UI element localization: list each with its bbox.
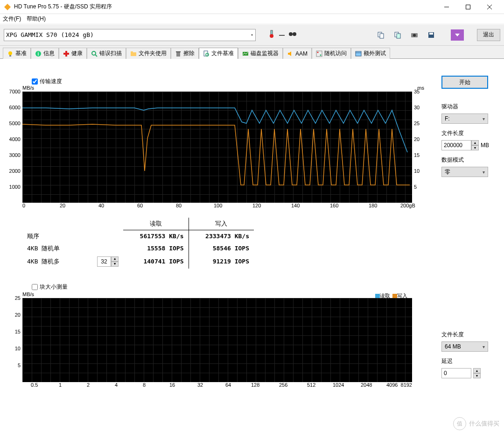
data-mode-select[interactable]: 零 ▾ [441, 167, 488, 177]
svg-point-36 [320, 54, 322, 56]
speaker-icon [287, 50, 294, 57]
spinner-down-icon[interactable]: ▼ [471, 145, 479, 150]
spinner-up-icon[interactable]: ▲ [471, 140, 479, 145]
svg-rect-34 [316, 51, 322, 57]
delay-label: 延迟 [441, 357, 497, 365]
start-button[interactable]: 开始 [441, 76, 488, 89]
queue-depth-input[interactable] [97, 256, 111, 267]
single-write-value: 58546 IOPS [189, 242, 254, 255]
svg-rect-10 [380, 34, 384, 38]
svg-rect-2 [466, 5, 470, 9]
lightbulb-icon [7, 50, 14, 57]
chevron-down-icon: ▾ [483, 344, 485, 349]
tab-aam[interactable]: AAM [283, 48, 312, 59]
file-length-unit: MB [481, 142, 489, 149]
svg-marker-33 [288, 51, 291, 56]
svg-rect-29 [176, 51, 181, 52]
svg-marker-0 [4, 4, 11, 10]
svg-rect-12 [397, 34, 400, 38]
bottom-ticks: 0 20 40 60 80 100 120 140 160 180 200gB [22, 203, 412, 211]
single-read-value: 15558 IOPS [123, 242, 189, 255]
tab-info[interactable]: i信息 [31, 48, 59, 59]
seq-write-value: 2333473 KB/s [189, 230, 254, 242]
copy-image-icon[interactable] [391, 29, 404, 41]
svg-point-8 [293, 32, 296, 36]
svg-point-18 [8, 51, 12, 55]
chart-canvas: 7000 6000 5000 4000 3000 2000 1000 35 30… [22, 92, 412, 203]
spinner-down-icon[interactable]: ▼ [111, 262, 119, 267]
tab-health[interactable]: 健康 [59, 48, 87, 59]
svg-marker-17 [455, 34, 460, 36]
transfer-chart: MB/s ms 7000 6000 5000 4000 3000 2000 10… [22, 87, 412, 203]
device-dropdown[interactable]: XPG GAMMIX S70 (1024 gB) ▾ [4, 29, 256, 41]
svg-rect-37 [356, 51, 361, 56]
temp-separator: — [279, 32, 285, 38]
app-icon [4, 3, 11, 11]
plus-icon [63, 50, 70, 57]
exit-button[interactable]: 退出 [477, 29, 500, 41]
menu-help[interactable]: 帮助(H) [27, 15, 46, 23]
delay-spinner[interactable] [441, 368, 471, 378]
file-length-input[interactable] [441, 140, 471, 150]
transfer-speed-checkbox-row: 传输速度 [32, 78, 62, 85]
menubar: 文件(F) 帮助(H) [0, 14, 504, 24]
tab-disk-monitor[interactable]: 磁盘监视器 [238, 48, 283, 59]
tab-erase[interactable]: 擦除 [171, 48, 199, 59]
folder-icon [130, 50, 137, 57]
extra-icon [355, 50, 362, 57]
file-length-select-2[interactable]: 64 MB ▾ [441, 341, 488, 352]
save-icon[interactable] [425, 29, 438, 41]
minimize-button[interactable] [436, 0, 457, 14]
transfer-speed-label: 传输速度 [40, 78, 62, 85]
trash-icon [175, 50, 182, 57]
watermark-icon: 值 [453, 417, 466, 430]
close-button[interactable] [479, 0, 500, 14]
file-length-label: 文件长度 [441, 129, 497, 137]
info-icon: i [35, 50, 42, 57]
right-ticks: 35 30 25 20 15 10 5 [412, 92, 426, 203]
tab-folder-usage[interactable]: 文件夹使用 [126, 48, 171, 59]
tab-benchmark[interactable]: 基准 [3, 48, 31, 59]
svg-rect-23 [63, 53, 69, 55]
tab-random-access[interactable]: 随机访问 [312, 48, 351, 59]
data-mode-label: 数据模式 [441, 156, 497, 164]
drive-label: 驱动器 [441, 103, 497, 111]
file-magnify-icon [203, 50, 210, 57]
transfer-speed-checkbox[interactable] [32, 78, 38, 85]
chevron-down-icon: ▾ [483, 116, 485, 121]
chart-plot [22, 92, 412, 203]
col-write: 写入 [189, 218, 254, 230]
drive-select[interactable]: F: ▾ [441, 114, 488, 124]
tab-extra-test[interactable]: 额外测试 [351, 48, 390, 59]
spinner-up-icon[interactable]: ▲ [473, 368, 481, 373]
svg-text:i: i [38, 51, 39, 57]
svg-point-14 [413, 34, 416, 36]
copy-icon[interactable] [374, 29, 387, 41]
delay-input[interactable] [441, 368, 471, 378]
multi-write-value: 91219 IOPS [189, 255, 254, 269]
svg-rect-19 [9, 55, 11, 57]
svg-point-24 [92, 51, 96, 55]
left-ticks: 7000 6000 5000 4000 3000 2000 1000 [4, 92, 22, 203]
left-axis-unit: MB/s [22, 85, 34, 91]
toolbar: XPG GAMMIX S70 (1024 gB) ▾ — 退出 [0, 24, 504, 46]
spinner-down-icon[interactable]: ▼ [473, 373, 481, 378]
maximize-button[interactable] [457, 0, 479, 14]
thermometer-icon [268, 29, 275, 40]
camera-icon[interactable] [408, 29, 421, 41]
random-icon [316, 50, 322, 57]
spinner-up-icon[interactable]: ▲ [111, 256, 119, 262]
watermark: 值 什么值得买 [453, 417, 499, 430]
monitor-icon [242, 50, 249, 57]
queue-depth-spinner[interactable]: ▲▼ [97, 256, 119, 267]
options-icon[interactable] [451, 29, 464, 41]
chevron-down-icon: ▾ [483, 170, 485, 175]
tab-file-benchmark[interactable]: 文件基准 [199, 48, 238, 59]
menu-file[interactable]: 文件(F) [3, 15, 21, 23]
tab-error-scan[interactable]: 错误扫描 [87, 48, 126, 59]
file-length-spinner[interactable]: ▲▼ [441, 140, 479, 150]
svg-rect-28 [176, 52, 180, 57]
content-area: 传输速度 MB/s ms 7000 6000 5000 4000 3000 20… [0, 59, 504, 433]
chart2-canvas: 25 20 15 10 5 0.5 1 2 4 8 16 32 64 128 2… [22, 298, 412, 382]
device-dropdown-value: XPG GAMMIX S70 (1024 gB) [6, 31, 94, 38]
